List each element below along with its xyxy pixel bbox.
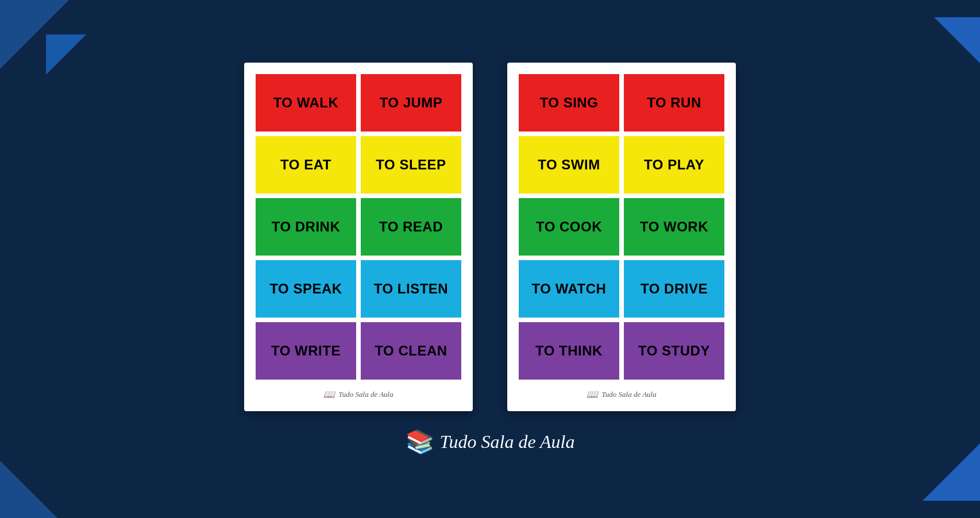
verb-card-to-swim: TO SWIM: [519, 136, 619, 194]
verb-card-to-write: TO WRITE: [256, 322, 356, 380]
footer-brand: 📚 Tudo Sala de Aula: [406, 428, 575, 455]
verb-card-to-play: TO PLAY: [624, 136, 724, 194]
verb-card-to-speak: TO SPEAK: [256, 260, 356, 318]
corner-decoration-bl: [0, 461, 57, 518]
main-content: TO WALKTO JUMPTO EATTO SLEEPTO DRINKTO R…: [244, 63, 736, 455]
card-sheet-2: TO SINGTO RUNTO SWIMTO PLAYTO COOKTO WOR…: [507, 63, 736, 411]
sheet1-watermark-text: Tudo Sala de Aula: [338, 390, 393, 399]
verb-card-to-work: TO WORK: [624, 198, 724, 256]
book-icon-1: 📖: [323, 389, 335, 400]
verb-card-to-listen: TO LISTEN: [361, 260, 461, 318]
corner-decoration-br: [923, 443, 980, 501]
corner-decoration-tr: [934, 17, 980, 63]
verb-card-to-jump: TO JUMP: [361, 74, 461, 132]
verb-card-to-walk: TO WALK: [256, 74, 356, 132]
card-sheet-1: TO WALKTO JUMPTO EATTO SLEEPTO DRINKTO R…: [244, 63, 473, 411]
book-icon-2: 📖: [587, 389, 598, 400]
verb-card-to-sleep: TO SLEEP: [361, 136, 461, 194]
verb-card-to-run: TO RUN: [624, 74, 724, 132]
sheet2-grid: TO SINGTO RUNTO SWIMTO PLAYTO COOKTO WOR…: [519, 74, 724, 380]
footer-brand-text: Tudo Sala de Aula: [440, 431, 575, 453]
verb-card-to-drive: TO DRIVE: [624, 260, 724, 318]
footer-book-icon: 📚: [406, 428, 434, 455]
sheet1-grid: TO WALKTO JUMPTO EATTO SLEEPTO DRINKTO R…: [256, 74, 461, 380]
verb-card-to-watch: TO WATCH: [519, 260, 619, 318]
verb-card-to-drink: TO DRINK: [256, 198, 356, 256]
verb-card-to-clean: TO CLEAN: [361, 322, 461, 380]
sheet2-watermark: 📖 Tudo Sala de Aula: [587, 389, 656, 400]
sheet2-watermark-text: Tudo Sala de Aula: [601, 390, 656, 399]
verb-card-to-think: TO THINK: [519, 322, 619, 380]
verb-card-to-cook: TO COOK: [519, 198, 619, 256]
corner-decoration-accent: [46, 34, 86, 75]
verb-card-to-read: TO READ: [361, 198, 461, 256]
verb-card-to-sing: TO SING: [519, 74, 619, 132]
verb-card-to-eat: TO EAT: [256, 136, 356, 194]
cards-row: TO WALKTO JUMPTO EATTO SLEEPTO DRINKTO R…: [244, 63, 736, 411]
verb-card-to-study: TO STUDY: [624, 322, 724, 380]
sheet1-watermark: 📖 Tudo Sala de Aula: [323, 389, 393, 400]
